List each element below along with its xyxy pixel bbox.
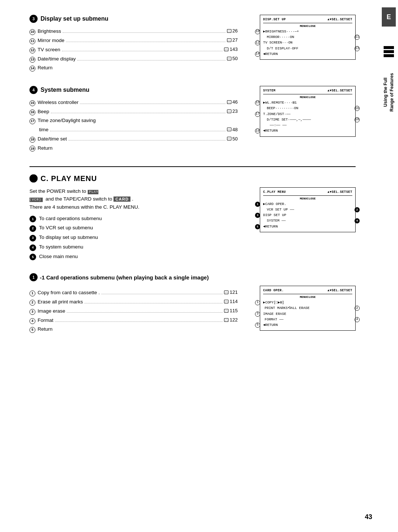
screen3-title-left: DISP.SET UP bbox=[263, 17, 286, 22]
co-num-2: 2 bbox=[29, 300, 35, 306]
co-text-4: Format bbox=[38, 317, 53, 324]
vertical-text-line2: Range of Features bbox=[389, 73, 394, 112]
screenco-title-left: CARD OPER. bbox=[263, 288, 284, 293]
co-num-1: 1 bbox=[29, 291, 35, 296]
section4-screen: SYSTEM ▲▼SEL.SETSET MENUCLOSE 15 ▶WL.REM… bbox=[252, 86, 356, 153]
section3-bullet: 3 bbox=[29, 15, 38, 23]
coref-3: 3 bbox=[255, 312, 260, 317]
co-page-4: □122 bbox=[224, 316, 238, 324]
item-num-15: 15 bbox=[29, 100, 35, 106]
item-text-tv: TV screen bbox=[38, 46, 60, 53]
item-page-beep: □23 bbox=[227, 108, 238, 115]
cardops-title: -1 Card operations submenu (when playing… bbox=[40, 274, 209, 281]
section3-title: Display set up submenu bbox=[41, 15, 108, 22]
screenco-subtitle: MENUCLOSE bbox=[263, 295, 352, 299]
cplay-intro2: There are 4 submenus within the C. PLAY … bbox=[29, 204, 139, 210]
screen4-title-right: ▲▼SEL.SETSET bbox=[328, 88, 352, 93]
cplay-item1-text: To card operations submenu bbox=[39, 215, 102, 222]
coref-5: 5 bbox=[255, 323, 260, 328]
page-number: 43 bbox=[365, 513, 372, 521]
item-text-brightness: Brightness bbox=[38, 28, 61, 35]
cref-3: 3 bbox=[255, 213, 260, 218]
sref4-19: 19 bbox=[255, 128, 260, 133]
section3-screen: DISP.SET UP ▲▼SEL.SETSET MENUCLOSE 10 ▶B… bbox=[252, 15, 356, 73]
screen3-subtitle: MENUCLOSE bbox=[263, 24, 352, 28]
sref4-18: 18 bbox=[355, 117, 360, 122]
item-page-datetimeset: □50 bbox=[227, 135, 238, 143]
tab-e: E bbox=[382, 7, 396, 27]
screenc-title-left: C.PLAY MENU bbox=[263, 190, 286, 195]
co-num-3: 3 bbox=[29, 309, 35, 315]
cardops-bullet: 1 bbox=[29, 273, 38, 281]
svg-point-0 bbox=[29, 174, 38, 182]
sidebar-decorations bbox=[384, 45, 394, 58]
item-page-mirror: □27 bbox=[227, 36, 238, 44]
cplay-item5-bullet: 5 bbox=[29, 254, 36, 260]
cplay-title: C. PLAY MENU bbox=[41, 174, 97, 183]
cplay-item2-bullet: 2 bbox=[29, 225, 36, 232]
screen4-title-left: SYSTEM bbox=[263, 88, 276, 93]
sref4-16: 16 bbox=[355, 106, 360, 111]
item-text-return4: Return bbox=[38, 145, 53, 152]
cplay-item2-text: To VCR set up submenu bbox=[39, 224, 93, 232]
item-text-mirror: Mirror mode bbox=[38, 37, 64, 44]
item-page-datetime: □50 bbox=[227, 55, 238, 62]
coref-4: 4 bbox=[355, 317, 360, 322]
item-num-18: 18 bbox=[29, 137, 35, 143]
cplay-item4-text: To system submenu bbox=[39, 243, 83, 251]
screen3-title-right: ▲▼SEL.SETSET bbox=[328, 17, 352, 22]
coref-1: 1 bbox=[255, 300, 260, 305]
item-num-10: 10 bbox=[29, 29, 35, 35]
co-num-5: 5 bbox=[29, 327, 35, 333]
co-text-5: Return bbox=[38, 326, 53, 333]
co-text-3: Image erase bbox=[38, 307, 65, 315]
cplay-item5-text: Close main menu bbox=[39, 253, 78, 260]
item-text-datetime: Date/time display bbox=[38, 55, 76, 63]
cardops-header: 1 -1 Card operations submenu (when playi… bbox=[29, 273, 356, 281]
co-page-2: □114 bbox=[224, 298, 238, 305]
co-page-1: □121 bbox=[224, 289, 238, 296]
item-text-timezone: Time zone/Daylight saving bbox=[38, 117, 96, 124]
right-sidebar: E Using the Full Range of Features bbox=[380, 0, 398, 532]
card-badge: CARD bbox=[114, 197, 130, 202]
sref-14: 14 bbox=[255, 52, 260, 57]
co-text-2: Erase all print marks bbox=[38, 298, 83, 306]
co-text-1: Copy from card to cassette . bbox=[38, 289, 100, 296]
item-num-11: 11 bbox=[29, 38, 35, 44]
section4-list: 15 Wireless controller □46 16 Beep □23 1… bbox=[29, 98, 238, 152]
item-page-wireless: □46 bbox=[227, 98, 238, 106]
co-num-4: 4 bbox=[29, 318, 35, 324]
cref-4: 4 bbox=[355, 218, 360, 223]
cardops-screen: CARD OPER. ▲▼SEL.SETSET MENUCLOSE 1 ▶COP… bbox=[252, 286, 356, 334]
sref4-15: 15 bbox=[255, 100, 260, 105]
item-text-beep: Beep bbox=[38, 108, 49, 115]
sidebar-vertical-text: Using the Full Range of Features bbox=[383, 73, 395, 112]
coref-2: 2 bbox=[355, 306, 360, 311]
sref-13: 13 bbox=[355, 46, 360, 51]
cplay-item1-bullet: 1 bbox=[29, 216, 36, 222]
item-num-12: 12 bbox=[29, 48, 35, 53]
cref-1: 1 bbox=[255, 202, 260, 207]
sref-11: 11 bbox=[355, 35, 360, 40]
item-page-timezone: □48 bbox=[227, 126, 238, 133]
cplay-intro: Set the POWER switch to PLAY(VCR) and th… bbox=[29, 187, 238, 211]
cplay-bullet bbox=[29, 174, 38, 182]
section-divider bbox=[29, 166, 356, 167]
vertical-text-line1: Using the Full bbox=[383, 78, 388, 107]
item-num-16: 16 bbox=[29, 109, 35, 115]
sref4-17: 17 bbox=[255, 112, 260, 117]
item-num-17: 17 bbox=[29, 118, 35, 124]
item-text-wireless: Wireless controller bbox=[38, 99, 78, 106]
cplay-item4-bullet: 4 bbox=[29, 244, 36, 251]
item-text-return3: Return bbox=[38, 64, 53, 72]
cplay-list: 1 To card operations submenu 2 To VCR se… bbox=[29, 215, 238, 261]
cardops-list: 1 Copy from card to cassette . □121 2 Er… bbox=[29, 289, 238, 333]
co-page-3: □115 bbox=[224, 307, 238, 314]
item-num-19: 19 bbox=[29, 146, 35, 152]
item-num-13: 13 bbox=[29, 57, 35, 63]
screenco-title-right: ▲▼SEL.SETSET bbox=[328, 288, 352, 293]
play-badge: PLAY(VCR) bbox=[29, 190, 98, 202]
section3-list: 10 Brightness □26 11 Mirror mode □27 12 … bbox=[29, 27, 238, 72]
section4-title: System submenu bbox=[41, 87, 89, 93]
screenc-subtitle: MENUCLOSE bbox=[263, 197, 352, 201]
